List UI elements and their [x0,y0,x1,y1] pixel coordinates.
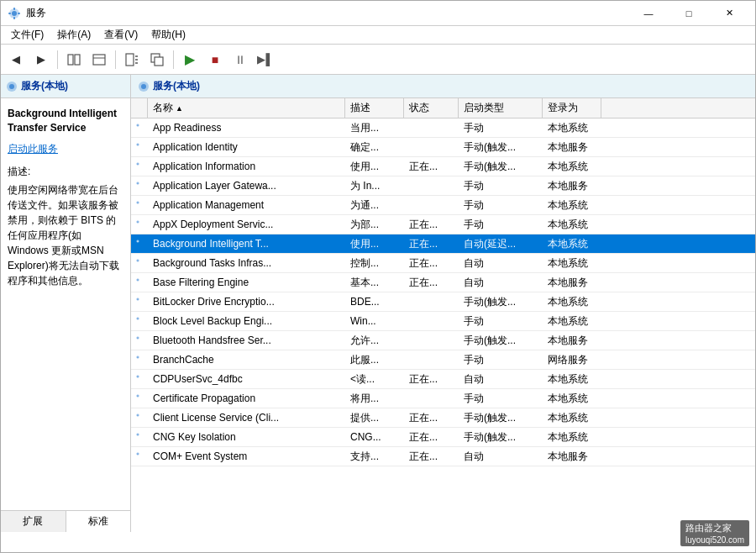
services-table[interactable]: App Readiness 当用... 手动 本地系统 Application … [131,118,755,532]
svg-point-123 [137,453,139,455]
service-status [404,292,459,311]
service-login: 本地服务 [543,331,601,350]
service-status [404,312,459,330]
service-desc: 为通... [345,196,404,214]
col-name[interactable]: 名称 ▲ [148,98,345,118]
back-button[interactable]: ◀ [4,48,28,71]
menu-view[interactable]: 查看(V) [97,26,144,44]
service-desc: 允许... [345,331,404,350]
view-button-2[interactable] [87,48,111,71]
svg-point-69 [137,279,139,281]
service-desc: 确定... [345,138,404,156]
menu-file[interactable]: 文件(F) [4,26,50,44]
service-login: 网络服务 [543,350,601,369]
service-startup: 手动 [459,215,543,234]
restart-button[interactable]: ▶▌ [254,48,277,71]
svg-point-63 [137,260,139,261]
table-row[interactable]: App Readiness 当用... 手动 本地系统 [131,118,755,138]
table-row[interactable]: Block Level Backup Engi... Win... 手动 本地系… [131,312,755,331]
svg-rect-7 [75,55,80,65]
table-row[interactable]: Application Information 使用... 正在... 手动(触… [131,157,755,176]
col-status[interactable]: 状态 [404,98,459,118]
sort-arrow-icon: ▲ [176,104,183,113]
service-name: Background Tasks Infras... [148,254,345,272]
col-icon[interactable] [131,98,148,118]
stop-button[interactable]: ■ [203,48,227,71]
show-hide-button[interactable] [120,48,144,71]
service-login: 本地系统 [543,292,601,311]
table-row[interactable]: Application Layer Gatewa... 为 In... 手动 本… [131,176,755,196]
service-name: COM+ Event System [148,447,345,466]
pause-button[interactable]: ⏸ [228,48,252,71]
table-row[interactable]: Certificate Propagation 将用... 手动 本地系统 [131,389,755,408]
table-row[interactable]: CNG Key Isolation CNG... 正在... 手动(触发... … [131,428,755,447]
menu-action[interactable]: 操作(A) [50,26,97,44]
start-service-link[interactable]: 启动此服务 [8,142,123,156]
menu-help[interactable]: 帮助(H) [144,26,192,44]
svg-rect-2 [13,8,15,10]
play-button[interactable]: ▶ [178,48,202,71]
service-icon-cell [131,157,144,171]
service-name: Base Filtering Engine [148,273,345,292]
service-icon-cell [131,234,144,248]
tab-extend[interactable]: 扩展 [1,511,66,532]
service-desc: 控制... [345,254,404,272]
table-row[interactable]: Background Tasks Infras... 控制... 正在... 自… [131,254,755,273]
left-panel-tabs: 扩展 标准 [1,510,130,532]
service-startup: 自动 [459,447,543,466]
service-desc: 当用... [345,118,404,137]
service-desc: CNG... [345,428,404,446]
app-icon [8,7,21,20]
table-row[interactable]: AppX Deployment Servic... 为部... 正在... 手动… [131,215,755,234]
service-login: 本地服务 [543,447,601,466]
table-row[interactable]: Base Filtering Engine 基本... 正在... 自动 本地服… [131,273,755,292]
table-row[interactable]: COM+ Event System 支持... 正在... 自动 本地服务 [131,447,755,466]
table-row[interactable]: CDPUserSvc_4dfbc <读... 正在... 自动 本地系统 [131,370,755,389]
service-login: 本地系统 [543,118,601,137]
svg-point-93 [137,356,139,358]
table-row[interactable]: Bluetooth Handsfree Ser... 允许... 手动(触发..… [131,331,755,350]
service-icon-cell [131,196,144,209]
service-desc: 此服... [345,350,404,369]
table-row[interactable]: Background Intelligent T... 使用... 正在... … [131,234,755,254]
table-row[interactable]: BitLocker Drive Encryptio... BDE... 手动(触… [131,292,755,312]
service-icon-cell [131,215,144,229]
col-login[interactable]: 登录为 [543,98,601,118]
svg-point-17 [9,84,14,89]
close-button[interactable]: ✕ [710,1,748,26]
service-icon-cell [131,118,144,132]
minimize-button[interactable]: — [629,1,668,26]
col-desc[interactable]: 描述 [345,98,404,118]
service-name: CNG Key Isolation [148,428,345,446]
maximize-button[interactable]: □ [669,1,708,26]
left-panel-title: 服务(本地) [21,79,68,93]
service-name: Client License Service (Cli... [148,408,345,427]
svg-point-51 [137,221,139,223]
table-row[interactable]: BranchCache 此服... 手动 网络服务 [131,350,755,370]
right-panel-title: 服务(本地) [153,79,200,93]
service-icon-cell [131,389,144,403]
table-row[interactable]: Client License Service (Cli... 提供... 正在.… [131,408,755,428]
forward-button[interactable]: ▶ [29,48,53,71]
service-name: Application Information [148,157,345,176]
table-row[interactable]: Application Identity 确定... 手动(触发... 本地服务 [131,138,755,157]
service-name: App Readiness [148,118,345,137]
service-login: 本地系统 [543,196,601,214]
service-startup: 手动(触发... [459,292,543,311]
service-startup: 手动 [459,176,543,195]
table-header: 名称 ▲ 描述 状态 启动类型 登录为 [131,98,755,118]
service-login: 本地系统 [543,157,601,176]
col-startup[interactable]: 启动类型 [459,98,543,118]
table-row[interactable]: Application Management 为通... 手动 本地系统 [131,196,755,215]
new-window-button[interactable] [145,48,169,71]
tab-standard[interactable]: 标准 [66,511,131,532]
desc-label: 描述: [8,165,123,179]
view-button-1[interactable] [62,48,86,71]
service-startup: 自动 [459,254,543,272]
service-startup: 手动(触发... [459,138,543,156]
service-name: Certificate Propagation [148,389,345,408]
service-login: 本地系统 [543,215,601,234]
service-desc: BDE... [345,292,404,311]
svg-rect-15 [155,57,163,66]
service-status [404,389,459,408]
